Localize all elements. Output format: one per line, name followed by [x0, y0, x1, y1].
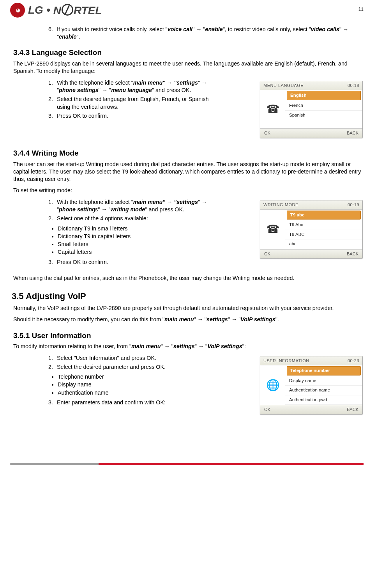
steps-351: Select "User Information" and press OK. …: [12, 354, 223, 371]
screenshot-writing-mode: WRITING MODE 00:19 ☎ T9 abc T9 Abc T9 AB…: [260, 200, 363, 259]
shot-option: abc: [285, 239, 362, 249]
phone-icon: ☎: [260, 210, 285, 249]
shot-option: Display name: [285, 376, 362, 386]
list-item: Select the desired language from English…: [55, 96, 223, 111]
nortel-text: NRTEL: [53, 2, 102, 18]
softkey-back: BACK: [347, 251, 358, 257]
softkey-back: BACK: [347, 407, 358, 413]
list-item: Capital letters: [58, 248, 223, 256]
shot-title: USER INFORMATION: [263, 358, 309, 364]
softkey-ok: OK: [264, 407, 270, 413]
globe-icon: 🌐: [260, 365, 285, 405]
nortel-o-icon: [62, 4, 73, 16]
heading-351: 3.5.1 User Information: [13, 331, 364, 341]
bullets-344: Dictionary T9 in small letters Dictionar…: [12, 225, 223, 256]
screenshot-menu-language: MENU LANGUAGE 00:18 ☎ English French Spa…: [260, 81, 363, 138]
term: video calls: [311, 26, 339, 32]
list-item: Telephone number: [58, 373, 223, 381]
shot-option: T9 ABC: [285, 230, 362, 240]
term: main menu: [131, 343, 161, 349]
term: phone settings: [59, 87, 99, 93]
list-item: Dictionary T9 in capital letters: [58, 233, 223, 240]
paragraph: To set the writing mode:: [13, 187, 364, 194]
paragraph: Normally, the VoIP settings of the LVP-2…: [13, 305, 364, 312]
list-item: Authentication name: [58, 389, 223, 397]
shot-option-selected: Telephone number: [287, 366, 361, 375]
text: " → ": [99, 87, 111, 93]
term: VoIP settings: [240, 316, 275, 322]
list-item: If you wish to restrict voice calls only…: [55, 26, 364, 41]
shot-title: MENU LANGUAGE: [263, 83, 304, 89]
text: ".: [275, 316, 279, 322]
paragraph: The LVP-2890 displays can be in several …: [13, 60, 364, 75]
logo-dot: •: [46, 3, 50, 18]
text: Should it be necessary to modify them, y…: [13, 316, 164, 322]
lg-logo-icon: ◕: [10, 3, 25, 18]
paragraph: When using the dial pad for entries, suc…: [13, 275, 364, 282]
shot-option: T9 Abc: [285, 220, 362, 230]
term: writing mode: [111, 206, 145, 213]
list-item: Press OK to confirm.: [55, 112, 223, 120]
shot-option-selected: T9 abc: [287, 211, 361, 220]
phone-icon: ☎: [260, 90, 285, 128]
list-item: Small letters: [58, 241, 223, 248]
text: " and press OK.: [152, 87, 191, 93]
paragraph: To modify information relating to the us…: [13, 343, 364, 350]
list-item: Display name: [58, 381, 223, 388]
term: VoIP settings: [207, 343, 242, 349]
nortel-pre: N: [53, 4, 61, 16]
softkey-ok: OK: [264, 130, 270, 136]
steps-344b: Press OK to confirm.: [12, 259, 223, 266]
paragraph: Should it be necessary to modify them, y…: [13, 316, 364, 323]
shot-option-selected: English: [287, 91, 361, 100]
list-item: Select "User Information" and press OK.: [55, 354, 223, 362]
shot-title: WRITING MODE: [263, 202, 298, 208]
term: phone settin: [59, 206, 92, 213]
shot-time: 00:19: [348, 202, 359, 208]
shot-option: French: [285, 101, 362, 111]
shot-time: 00:18: [348, 83, 359, 89]
term: main menu" → "settings: [133, 80, 198, 86]
paragraph: The user can set the start-up Writing mo…: [13, 161, 364, 183]
text: gs" → ": [92, 206, 111, 213]
text: With the telephone idle select ": [57, 80, 133, 86]
heading-344: 3.4.4 Writing Mode: [13, 148, 364, 158]
text: " → ": [161, 343, 173, 349]
steps-343: With the telephone idle select "main men…: [12, 79, 223, 120]
softkey-ok: OK: [264, 251, 270, 257]
text: If you wish to restrict voice calls only…: [57, 26, 168, 32]
text: " → ": [192, 26, 205, 32]
page-header: ◕ LG • NRTEL 11: [10, 0, 364, 18]
steps-351b: Enter parameters data and confirm with O…: [12, 399, 223, 406]
text: " → ": [195, 343, 207, 349]
text: ", to restrict video calls only, select …: [223, 26, 311, 32]
text: " and press OK.: [145, 206, 184, 213]
nortel-post: RTEL: [74, 4, 102, 16]
softkey-back: BACK: [347, 130, 358, 136]
term: settings: [173, 343, 195, 349]
list-item: Enter parameters data and confirm with O…: [55, 399, 223, 406]
brand-logo: ◕ LG • NRTEL: [10, 2, 102, 18]
heading-35: 3.5 Adjusting VoIP: [12, 290, 364, 302]
list-item: Dictionary T9 in small letters: [58, 225, 223, 232]
lg-text: LG: [28, 3, 43, 18]
term: main menu: [164, 316, 194, 322]
term: enable: [205, 26, 223, 32]
bullets-351: Telephone number Display name Authentica…: [12, 373, 223, 397]
heading-343: 3.4.3 Language Selection: [13, 48, 364, 58]
page-number: 11: [358, 6, 364, 12]
shot-option: Authentication name: [285, 386, 362, 395]
list-item: Select the desired parameter and press O…: [55, 363, 223, 371]
term: enable: [59, 34, 76, 40]
screenshot-user-information: USER INFORMATION 00:23 🌐 Telephone numbe…: [260, 356, 363, 415]
list-item: With the telephone idle select "main men…: [55, 198, 223, 214]
term: menu language: [111, 87, 152, 93]
text: " → ": [194, 316, 207, 322]
list-item: Select one of the 4 options available:: [55, 215, 223, 222]
shot-option: Spanish: [285, 111, 362, 120]
text: With the telephone idle select ": [57, 199, 133, 205]
term: settings: [207, 316, 228, 322]
term: voice call: [168, 26, 192, 32]
text: " → ": [228, 316, 240, 322]
shot-time: 00:23: [348, 358, 359, 364]
